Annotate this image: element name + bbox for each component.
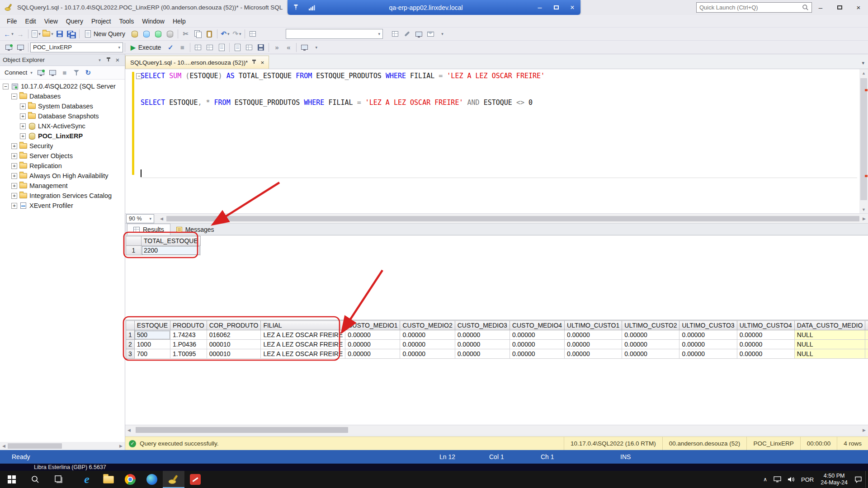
tree-item-poc-linxerp[interactable]: +POC_LinxERP bbox=[0, 131, 125, 141]
grid-cell[interactable]: LEZ A LEZ OSCAR FREIRE bbox=[261, 340, 345, 349]
grid-cell[interactable]: LEZ A LEZ OSCAR FREIRE bbox=[261, 330, 345, 340]
scroll-down-icon[interactable]: ▼ bbox=[859, 206, 868, 213]
sql-editor[interactable]: − SELECT SUM (ESTOQUE) AS TOTAL_ESTOQUE … bbox=[125, 69, 868, 213]
editor-horizontal-scrollbar[interactable]: ◀ ▶ bbox=[158, 214, 868, 223]
grid-cell[interactable]: 0.00000 bbox=[565, 330, 622, 340]
query-options-icon[interactable] bbox=[216, 42, 227, 53]
copy-icon[interactable] bbox=[192, 28, 203, 40]
expand-icon[interactable]: + bbox=[11, 163, 17, 169]
grid-cell[interactable]: 0.00000 bbox=[622, 340, 679, 349]
oe-disconnect-icon[interactable] bbox=[47, 67, 59, 79]
outdent-icon[interactable]: « bbox=[283, 42, 294, 53]
column-header[interactable]: ULTIMO_CUSTO4 bbox=[737, 321, 794, 330]
results-to-file-icon[interactable] bbox=[255, 42, 267, 53]
column-header[interactable]: CUSTO_MEDIO1 bbox=[345, 321, 400, 330]
grid-cell[interactable]: 0.00000 bbox=[565, 349, 622, 359]
grid-corner[interactable] bbox=[126, 236, 142, 246]
action-center-button[interactable] bbox=[851, 471, 865, 488]
tab-close-icon[interactable]: × bbox=[260, 59, 264, 66]
column-header[interactable]: COR_PRODUTO bbox=[207, 321, 261, 330]
navigate-back-button[interactable]: ←▾ bbox=[3, 28, 14, 40]
column-header[interactable]: ULTIMO_CUSTO3 bbox=[679, 321, 737, 330]
undo-button[interactable]: ↶▾ bbox=[219, 28, 231, 40]
document-list-chevron-icon[interactable]: ▾ bbox=[862, 60, 864, 66]
window-restore-button[interactable] bbox=[830, 0, 849, 15]
change-connection-icon[interactable] bbox=[14, 42, 26, 53]
grid-cell[interactable]: 016062 bbox=[207, 330, 261, 340]
tab-pin-icon[interactable] bbox=[251, 60, 257, 65]
taskbar-search-button[interactable] bbox=[24, 471, 47, 488]
new-query-button[interactable]: New Query bbox=[81, 28, 129, 40]
grid-cell[interactable]: 0.00000 bbox=[565, 340, 622, 349]
row-header[interactable]: 1 bbox=[126, 330, 135, 340]
grid-cell[interactable]: LEZ A LEZ OSCAR FREIRE bbox=[261, 349, 345, 359]
open-file-button[interactable]: ▾ bbox=[42, 28, 54, 40]
grid-cell[interactable]: 0.00000 bbox=[455, 330, 509, 340]
rdp-minimize-button[interactable]: – bbox=[532, 0, 548, 15]
tree-item-database-snapshots[interactable]: +Database Snapshots bbox=[0, 111, 125, 121]
result-grid-2[interactable]: ESTOQUEPRODUTOCOR_PRODUTOFILIALCUSTO_MED… bbox=[126, 320, 868, 359]
tree-item-system-databases[interactable]: +System Databases bbox=[0, 101, 125, 111]
column-header[interactable]: PRODUTO bbox=[170, 321, 207, 330]
rdp-close-button[interactable]: × bbox=[564, 0, 580, 15]
mail-icon[interactable] bbox=[425, 28, 436, 40]
grid-cell[interactable]: NULL bbox=[794, 340, 865, 349]
grid-cell[interactable]: 1.P0436 bbox=[170, 340, 207, 349]
results-to-text-icon[interactable] bbox=[231, 42, 243, 53]
menu-file[interactable]: File bbox=[3, 15, 21, 27]
grid-cell[interactable]: 0.00000 bbox=[400, 340, 455, 349]
grid-cell[interactable]: 0.00000 bbox=[400, 349, 455, 359]
grid-cell[interactable]: 500 bbox=[134, 330, 170, 340]
expand-icon[interactable]: + bbox=[11, 183, 17, 189]
rdp-connection-bar[interactable]: qa-erp-app02.linxdev.local – × bbox=[288, 0, 580, 15]
expand-icon[interactable]: + bbox=[11, 153, 17, 159]
tab-messages[interactable]: Messages bbox=[170, 224, 220, 235]
database-engine-query-icon[interactable] bbox=[129, 28, 141, 40]
scrollbar-thumb[interactable] bbox=[860, 78, 867, 200]
window-minimize-button[interactable]: – bbox=[811, 0, 830, 15]
print-preview-icon[interactable] bbox=[247, 28, 259, 40]
xmla-query-icon[interactable] bbox=[164, 28, 176, 40]
tray-language-indicator[interactable]: POR bbox=[798, 471, 817, 488]
parse-query-icon[interactable]: ✓ bbox=[165, 42, 176, 53]
window-close-button[interactable]: × bbox=[849, 0, 868, 15]
column-header[interactable]: DATA_CUSTO_MEDIO bbox=[794, 321, 865, 330]
tab-results[interactable]: Results bbox=[127, 224, 170, 235]
expand-icon[interactable]: + bbox=[11, 193, 17, 199]
find-combobox[interactable]: ▾ bbox=[286, 29, 383, 39]
cancel-query-icon[interactable]: ■ bbox=[176, 42, 188, 53]
expand-icon[interactable]: + bbox=[20, 113, 26, 119]
grid-cell[interactable]: NULL bbox=[865, 349, 868, 359]
zoom-combobox[interactable]: 90 % ▾ bbox=[126, 214, 154, 223]
scroll-right-icon[interactable]: ▶ bbox=[117, 442, 125, 450]
scrollbar-thumb[interactable] bbox=[166, 216, 859, 221]
oe-window-position-button[interactable]: ▾ bbox=[95, 56, 104, 65]
column-header[interactable]: CUSTO_MEDIO2 bbox=[400, 321, 455, 330]
grid-cell[interactable]: 1.T0095 bbox=[170, 349, 207, 359]
object-explorer-header[interactable]: Object Explorer ▾ × bbox=[0, 54, 125, 66]
oe-horizontal-scrollbar[interactable]: ◀ ▶ bbox=[0, 442, 125, 450]
grid-cell[interactable]: 0.00000 bbox=[679, 330, 737, 340]
new-query-icon[interactable]: ▾ bbox=[30, 28, 42, 40]
start-button[interactable] bbox=[0, 471, 24, 488]
ssms-taskbar-icon[interactable] bbox=[163, 471, 184, 488]
grid-cell[interactable]: 0.00000 bbox=[345, 340, 400, 349]
column-header[interactable]: DATA_ULT_CUSTO bbox=[865, 321, 868, 330]
indent-icon[interactable]: » bbox=[271, 42, 283, 53]
grid-cell[interactable]: 0.00000 bbox=[509, 340, 564, 349]
grid-cell[interactable]: 0.00000 bbox=[455, 349, 509, 359]
toolbar-overflow-button[interactable]: ▾ bbox=[436, 28, 448, 40]
scroll-left-icon[interactable]: ◀ bbox=[0, 442, 8, 450]
tree-item-server[interactable]: −10.17.0.4\SQL2022 (SQL Server bbox=[0, 81, 125, 91]
grid-cell[interactable]: 0.00000 bbox=[622, 349, 679, 359]
scroll-left-icon[interactable]: ◀ bbox=[158, 214, 165, 223]
toolbar2-overflow-button[interactable]: ▾ bbox=[310, 42, 322, 53]
grid-cell[interactable]: 0.00000 bbox=[345, 330, 400, 340]
oe-stop-icon[interactable]: ■ bbox=[59, 67, 71, 79]
dmx-query-icon[interactable] bbox=[152, 28, 164, 40]
grid-cell[interactable]: 0.00000 bbox=[509, 349, 564, 359]
expand-icon[interactable]: + bbox=[11, 143, 17, 149]
query-document-tab[interactable]: SQLQuery1.sql - 10....erson.desouza (52)… bbox=[125, 56, 269, 69]
file-explorer-taskbar-icon[interactable] bbox=[98, 471, 119, 488]
show-desktop-button[interactable] bbox=[865, 471, 868, 488]
